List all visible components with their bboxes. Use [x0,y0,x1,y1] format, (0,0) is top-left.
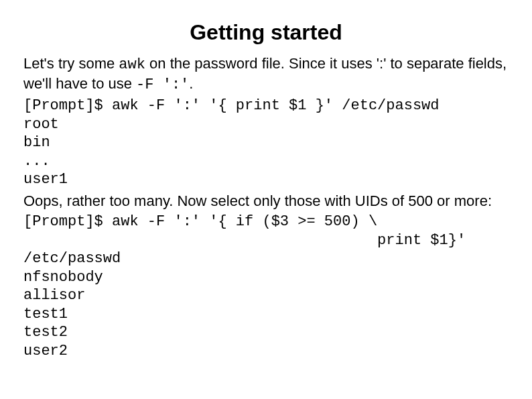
intro-text-1: Let's try some [23,55,119,72]
slide-body: Let's try some awk on the password file.… [23,54,509,360]
terminal-block-1: [Prompt]$ awk -F ':' '{ print $1 }' /etc… [23,97,509,189]
inline-code-awk: awk [119,56,145,73]
inline-code-flag: -F ':' [136,76,189,93]
terminal-block-2: [Prompt]$ awk -F ':' '{ if ($3 >= 500) \… [23,213,509,360]
intro-text-3: . [189,75,193,92]
followup-paragraph: Oops, rather too many. Now select only t… [23,192,509,211]
slide: Getting started Let's try some awk on th… [0,0,532,399]
intro-paragraph: Let's try some awk on the password file.… [23,54,509,94]
slide-title: Getting started [23,20,509,45]
